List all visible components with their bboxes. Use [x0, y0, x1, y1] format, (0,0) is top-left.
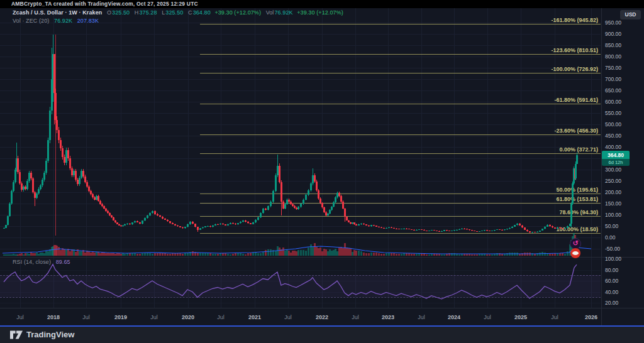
price-tick-label: 200.00	[605, 189, 621, 195]
rsi-tick-label: 80.00	[605, 267, 618, 273]
open-label: O	[107, 9, 111, 16]
time-tick-label: 2025	[514, 314, 527, 320]
time-tick-label: Jul	[16, 314, 24, 320]
tradingview-wordmark[interactable]: TradingView	[26, 330, 74, 339]
rsi-tick-label: 40.00	[605, 289, 618, 295]
axis-layer[interactable]: 950.00900.00850.00800.00750.00700.00650.…	[0, 0, 644, 343]
close-label: C	[188, 9, 192, 16]
price-tick-label: 850.00	[605, 42, 621, 48]
bar-countdown: 6d 12h	[602, 159, 630, 166]
price-tick-label: 650.00	[605, 87, 621, 94]
volume-indicator-legend[interactable]: Vol · ZEC (20) 76.92K 207.83K	[13, 18, 99, 24]
vol-change: +39.30 (+12.07%)	[297, 9, 343, 16]
time-tick-label: Jul	[352, 314, 359, 320]
last-price-badge[interactable]: 364.80 6d 12h	[602, 151, 630, 166]
volume-indicator-label: Vol · ZEC (20)	[13, 18, 49, 24]
time-tick-label: Jul	[484, 314, 491, 320]
time-tick-label: 2024	[448, 314, 460, 320]
volume-indicator-value: 76.92K	[54, 18, 72, 24]
time-tick-label: Jul	[284, 314, 292, 320]
open-value: 325.50	[112, 9, 130, 16]
last-price-value: 364.80	[602, 151, 630, 159]
high-value: 375.28	[139, 9, 157, 16]
currency-toggle-button[interactable]: USD	[620, 10, 641, 19]
price-tick-label: 400.00	[605, 144, 621, 150]
rsi-indicator-label: RSI (14, close)	[13, 259, 51, 265]
change-value: +39.30 (+12.07%)	[214, 9, 261, 16]
time-tick-label: Jul	[551, 314, 558, 320]
price-tick-label: 700.00	[605, 76, 621, 82]
price-tick-label: 950.00	[605, 19, 621, 26]
red-circle-sticker-icon[interactable]	[570, 248, 580, 258]
time-tick-label: 2019	[114, 314, 127, 320]
price-tick-label: 450.00	[605, 133, 621, 139]
price-tick-label: 300.00	[605, 166, 621, 173]
price-tick-label: 550.00	[605, 110, 621, 116]
high-label: H	[135, 9, 139, 16]
rsi-value: 89.65	[56, 259, 70, 265]
price-tick-label: 0.00	[605, 234, 616, 241]
tradingview-logo-icon[interactable]	[10, 330, 23, 342]
rsi-tick-label: 60.00	[605, 278, 618, 284]
price-tick-label: 50.00	[605, 223, 618, 229]
low-label: L	[162, 9, 165, 16]
rsi-indicator-legend[interactable]: RSI (14, close) 89.65	[13, 259, 70, 265]
price-tick-label: 150.00	[605, 200, 621, 207]
close-value: 364.80	[193, 9, 211, 16]
price-tick-label: 100.00	[605, 212, 621, 218]
price-tick-label: 500.00	[605, 121, 621, 128]
time-tick-label: Jul	[418, 314, 425, 320]
low-value: 325.50	[165, 9, 183, 16]
price-tick-label: 750.00	[605, 65, 621, 71]
time-tick-label: 2020	[182, 314, 194, 320]
vol-value: 76.92K	[274, 9, 292, 16]
time-tick-label: 2018	[47, 314, 60, 320]
price-tick-label: 250.00	[605, 178, 621, 184]
footer-bar: TradingView	[0, 325, 644, 343]
time-tick-label: 2026	[585, 314, 597, 320]
time-tick-label: 2023	[382, 314, 394, 320]
vol-label: Vol	[266, 9, 274, 16]
tradingview-chart-window: AMBCrypto_TA created with TradingView.co…	[0, 0, 644, 343]
symbol-title[interactable]: Zcash / U.S. Dollar · 1W · Kraken	[13, 9, 102, 16]
time-tick-label: 2022	[316, 314, 328, 320]
price-tick-label: 600.00	[605, 99, 621, 105]
price-tick-label: 900.00	[605, 31, 621, 37]
time-tick-label: Jul	[217, 314, 225, 320]
time-tick-label: Jul	[82, 314, 90, 320]
volume-ma-value: 207.83K	[77, 18, 99, 24]
rsi-tick-label: 100.00	[605, 256, 621, 262]
rsi-tick-label: 20.00	[605, 300, 618, 306]
symbol-legend[interactable]: Zcash / U.S. Dollar · 1W · Kraken O325.5…	[13, 9, 343, 16]
time-tick-label: 2021	[248, 314, 261, 320]
time-tick-label: Jul	[150, 314, 158, 320]
price-tick-label: -50.00	[605, 246, 620, 252]
price-tick-label: 800.00	[605, 53, 621, 60]
